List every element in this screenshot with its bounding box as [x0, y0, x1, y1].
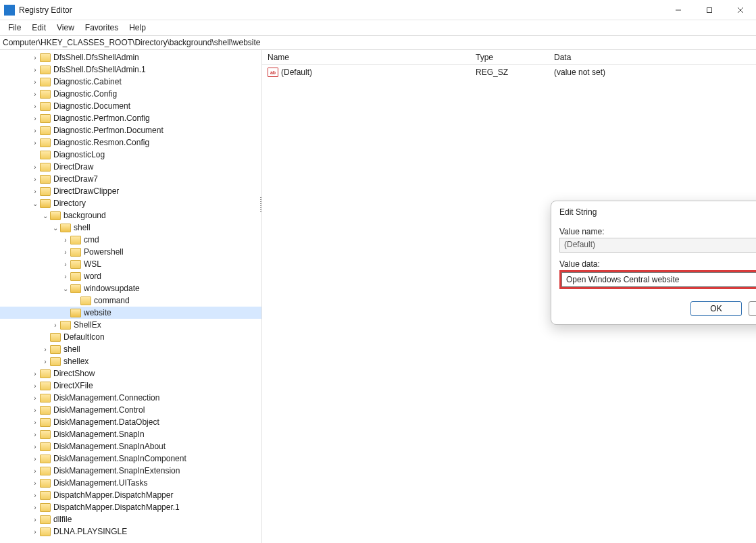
tree-item[interactable]: ›cmd — [0, 234, 261, 246]
folder-icon — [40, 78, 51, 86]
tree-item[interactable]: ›DiskManagement.Connection — [0, 392, 261, 404]
chevron-right-icon[interactable]: › — [30, 103, 40, 110]
tree-item[interactable]: ›DirectXFile — [0, 380, 261, 392]
menu-help[interactable]: Help — [124, 22, 151, 34]
chevron-right-icon[interactable]: › — [61, 273, 70, 280]
menu-view[interactable]: View — [51, 22, 80, 34]
tree-item[interactable]: ›DiskManagement.DataObject — [0, 416, 261, 428]
folder-icon — [40, 527, 51, 536]
chevron-right-icon[interactable]: › — [30, 516, 40, 523]
chevron-right-icon[interactable]: › — [30, 66, 40, 74]
tree-item[interactable]: ⌄shell — [0, 222, 261, 234]
chevron-right-icon[interactable]: › — [61, 261, 70, 268]
ok-button[interactable]: OK — [690, 301, 742, 316]
chevron-down-icon[interactable]: ⌄ — [41, 212, 50, 219]
list-pane: Name Type Data ab(Default)REG_SZ(value n… — [262, 50, 756, 543]
chevron-right-icon[interactable]: › — [30, 407, 40, 414]
tree-item[interactable]: ›Powershell — [0, 246, 261, 258]
menu-favorites[interactable]: Favorites — [80, 22, 124, 34]
tree-item[interactable]: ›Diagnostic.Cabinet — [0, 76, 261, 88]
chevron-right-icon[interactable]: › — [30, 492, 40, 499]
tree-item[interactable]: DefaultIcon — [0, 331, 261, 343]
chevron-right-icon[interactable]: › — [61, 236, 70, 244]
tree-item[interactable]: ›Diagnostic.Perfmon.Config — [0, 112, 261, 124]
chevron-down-icon[interactable]: ⌄ — [51, 224, 60, 232]
tree-item[interactable]: ›DiskManagement.UITasks — [0, 477, 261, 489]
tree-pane[interactable]: ›DfsShell.DfsShellAdmin›DfsShell.DfsShel… — [0, 50, 262, 543]
tree-item[interactable]: website — [0, 307, 261, 319]
col-header-type[interactable]: Type — [476, 53, 554, 62]
tree-item[interactable]: ⌄background — [0, 209, 261, 222]
tree-item[interactable]: ›DirectShow — [0, 367, 261, 380]
cancel-button[interactable]: Cancel — [749, 301, 756, 316]
chevron-right-icon[interactable]: › — [30, 528, 40, 536]
address-input[interactable] — [3, 38, 753, 47]
tree-item[interactable]: ›shell — [0, 343, 261, 355]
chevron-right-icon[interactable]: › — [30, 90, 40, 98]
value-data-input[interactable] — [561, 272, 756, 287]
chevron-right-icon[interactable]: › — [30, 176, 40, 183]
chevron-right-icon[interactable]: › — [30, 455, 40, 463]
tree-item[interactable]: ›DfsShell.DfsShellAdmin.1 — [0, 63, 261, 76]
tree-item[interactable]: ›Diagnostic.Document — [0, 100, 261, 112]
folder-icon — [40, 479, 51, 488]
chevron-right-icon[interactable]: › — [41, 358, 50, 365]
tree-item[interactable]: ›DiskManagement.SnapInComponent — [0, 452, 261, 465]
chevron-right-icon[interactable]: › — [30, 431, 40, 438]
chevron-right-icon[interactable]: › — [30, 163, 40, 171]
chevron-right-icon[interactable]: › — [30, 188, 40, 195]
chevron-right-icon[interactable]: › — [51, 321, 60, 329]
list-row[interactable]: ab(Default)REG_SZ(value not set) — [262, 65, 756, 80]
chevron-right-icon[interactable]: › — [30, 127, 40, 134]
chevron-right-icon[interactable]: › — [30, 54, 40, 61]
chevron-right-icon[interactable]: › — [41, 346, 50, 353]
maximize-button[interactable] — [694, 0, 725, 20]
chevron-down-icon[interactable]: ⌄ — [30, 200, 40, 207]
tree-item[interactable]: ›DiskManagement.SnapInAbout — [0, 440, 261, 452]
tree-item[interactable]: ›DirectDraw7 — [0, 173, 261, 185]
tree-item[interactable]: command — [0, 294, 261, 307]
tree-item[interactable]: ›Diagnostic.Config — [0, 88, 261, 100]
tree-item[interactable]: ›DiskManagement.Control — [0, 404, 261, 416]
col-header-name[interactable]: Name — [268, 53, 476, 62]
menu-edit[interactable]: Edit — [26, 22, 51, 34]
close-button[interactable] — [725, 0, 756, 20]
tree-item[interactable]: ›DispatchMapper.DispatchMapper.1 — [0, 501, 261, 513]
folder-icon — [40, 90, 51, 99]
tree-item[interactable]: ›DLNA.PLAYSINGLE — [0, 525, 261, 538]
tree-item[interactable]: ›DirectDrawClipper — [0, 185, 261, 197]
tree-item[interactable]: ›DiskManagement.SnapIn — [0, 428, 261, 440]
chevron-right-icon[interactable]: › — [30, 115, 40, 122]
tree-item[interactable]: ›DfsShell.DfsShellAdmin — [0, 51, 261, 63]
chevron-right-icon[interactable]: › — [30, 467, 40, 475]
chevron-right-icon[interactable]: › — [30, 382, 40, 390]
folder-icon — [40, 394, 51, 403]
tree-item[interactable]: ›DispatchMapper.DispatchMapper — [0, 489, 261, 501]
chevron-right-icon[interactable]: › — [30, 504, 40, 511]
menu-file[interactable]: File — [3, 22, 26, 34]
tree-item[interactable]: ›WSL — [0, 258, 261, 270]
tree-item[interactable]: ›dllfile — [0, 513, 261, 525]
tree-item[interactable]: ›Diagnostic.Perfmon.Document — [0, 124, 261, 136]
tree-item[interactable]: ›word — [0, 270, 261, 282]
chevron-right-icon[interactable]: › — [30, 139, 40, 147]
col-header-data[interactable]: Data — [554, 53, 756, 62]
chevron-right-icon[interactable]: › — [61, 249, 70, 256]
tree-item[interactable]: ›DirectDraw — [0, 161, 261, 173]
tree-item[interactable]: ›DiskManagement.SnapInExtension — [0, 465, 261, 477]
edit-string-dialog: Edit String Value name: (Default) Value … — [551, 201, 756, 325]
chevron-right-icon[interactable]: › — [30, 78, 40, 86]
chevron-right-icon[interactable]: › — [30, 480, 40, 487]
chevron-down-icon[interactable]: ⌄ — [61, 285, 70, 292]
minimize-button[interactable] — [663, 0, 694, 20]
tree-item[interactable]: ⌄Directory — [0, 197, 261, 209]
tree-item[interactable]: ›ShellEx — [0, 319, 261, 331]
tree-item[interactable]: ⌄windowsupdate — [0, 282, 261, 294]
tree-item[interactable]: DiagnosticLog — [0, 149, 261, 161]
chevron-right-icon[interactable]: › — [30, 370, 40, 378]
tree-item[interactable]: ›shellex — [0, 355, 261, 367]
chevron-right-icon[interactable]: › — [30, 419, 40, 426]
tree-item[interactable]: ›Diagnostic.Resmon.Config — [0, 136, 261, 149]
chevron-right-icon[interactable]: › — [30, 394, 40, 402]
chevron-right-icon[interactable]: › — [30, 443, 40, 450]
